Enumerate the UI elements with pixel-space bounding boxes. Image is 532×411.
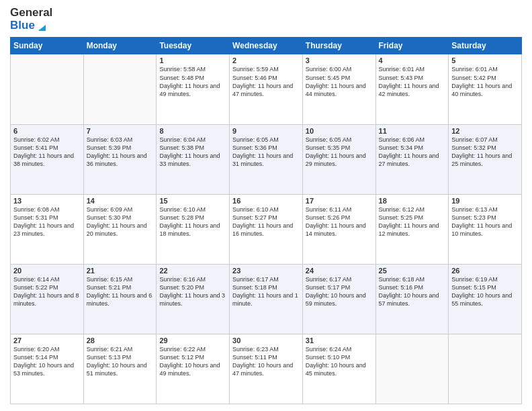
calendar-cell bbox=[375, 334, 449, 404]
day-number: 17 bbox=[306, 197, 373, 205]
calendar-week-3: 13Sunrise: 6:08 AM Sunset: 5:31 PM Dayli… bbox=[11, 194, 522, 264]
header: General Blue bbox=[10, 7, 522, 32]
day-info: Sunrise: 6:12 AM Sunset: 5:25 PM Dayligh… bbox=[379, 205, 446, 238]
calendar-header-row: SundayMondayTuesdayWednesdayThursdayFrid… bbox=[11, 38, 522, 54]
calendar-cell: 7Sunrise: 6:03 AM Sunset: 5:39 PM Daylig… bbox=[83, 124, 157, 194]
day-header-sunday: Sunday bbox=[11, 38, 84, 54]
calendar-cell: 20Sunrise: 6:14 AM Sunset: 5:22 PM Dayli… bbox=[11, 264, 84, 334]
day-number: 1 bbox=[159, 56, 226, 64]
calendar-cell: 11Sunrise: 6:06 AM Sunset: 5:34 PM Dayli… bbox=[375, 124, 449, 194]
day-number: 20 bbox=[13, 267, 81, 275]
day-info: Sunrise: 6:17 AM Sunset: 5:18 PM Dayligh… bbox=[232, 275, 300, 308]
day-header-wednesday: Wednesday bbox=[230, 38, 303, 54]
day-number: 11 bbox=[379, 127, 446, 135]
calendar-cell: 15Sunrise: 6:10 AM Sunset: 5:28 PM Dayli… bbox=[157, 194, 230, 264]
day-number: 23 bbox=[232, 267, 300, 275]
calendar-cell: 23Sunrise: 6:17 AM Sunset: 5:18 PM Dayli… bbox=[230, 264, 303, 334]
calendar-cell: 2Sunrise: 5:59 AM Sunset: 5:46 PM Daylig… bbox=[230, 54, 303, 124]
calendar-body: 1Sunrise: 5:58 AM Sunset: 5:48 PM Daylig… bbox=[11, 54, 522, 404]
day-info: Sunrise: 6:24 AM Sunset: 5:10 PM Dayligh… bbox=[306, 345, 373, 378]
calendar-cell: 12Sunrise: 6:07 AM Sunset: 5:32 PM Dayli… bbox=[449, 124, 522, 194]
day-number: 10 bbox=[306, 127, 373, 135]
day-number: 24 bbox=[306, 267, 373, 275]
day-number: 26 bbox=[451, 267, 519, 275]
day-info: Sunrise: 5:59 AM Sunset: 5:46 PM Dayligh… bbox=[232, 65, 300, 98]
day-info: Sunrise: 6:23 AM Sunset: 5:11 PM Dayligh… bbox=[232, 345, 300, 378]
calendar-cell: 26Sunrise: 6:19 AM Sunset: 5:15 PM Dayli… bbox=[449, 264, 522, 334]
day-number: 30 bbox=[232, 336, 300, 345]
calendar-cell: 10Sunrise: 6:05 AM Sunset: 5:35 PM Dayli… bbox=[302, 124, 375, 194]
day-info: Sunrise: 6:03 AM Sunset: 5:39 PM Dayligh… bbox=[87, 136, 154, 169]
day-info: Sunrise: 6:11 AM Sunset: 5:26 PM Dayligh… bbox=[306, 205, 373, 238]
day-number: 5 bbox=[451, 56, 519, 64]
day-number: 25 bbox=[379, 267, 446, 275]
day-info: Sunrise: 6:08 AM Sunset: 5:31 PM Dayligh… bbox=[13, 205, 81, 238]
calendar-cell: 8Sunrise: 6:04 AM Sunset: 5:38 PM Daylig… bbox=[157, 124, 230, 194]
day-number: 12 bbox=[451, 127, 519, 135]
calendar-cell: 22Sunrise: 6:16 AM Sunset: 5:20 PM Dayli… bbox=[157, 264, 230, 334]
day-info: Sunrise: 6:05 AM Sunset: 5:36 PM Dayligh… bbox=[232, 136, 300, 169]
day-number: 21 bbox=[87, 267, 154, 275]
day-number: 15 bbox=[159, 197, 226, 205]
calendar-cell: 14Sunrise: 6:09 AM Sunset: 5:30 PM Dayli… bbox=[83, 194, 157, 264]
day-number: 13 bbox=[13, 197, 81, 205]
calendar-table: SundayMondayTuesdayWednesdayThursdayFrid… bbox=[10, 37, 522, 404]
day-info: Sunrise: 6:00 AM Sunset: 5:45 PM Dayligh… bbox=[306, 65, 373, 98]
day-number: 16 bbox=[232, 197, 300, 205]
calendar-cell bbox=[449, 334, 522, 404]
calendar-week-2: 6Sunrise: 6:02 AM Sunset: 5:41 PM Daylig… bbox=[11, 124, 522, 194]
day-header-saturday: Saturday bbox=[449, 38, 522, 54]
calendar-cell: 19Sunrise: 6:13 AM Sunset: 5:23 PM Dayli… bbox=[449, 194, 522, 264]
calendar-cell: 1Sunrise: 5:58 AM Sunset: 5:48 PM Daylig… bbox=[157, 54, 230, 124]
calendar-cell: 24Sunrise: 6:17 AM Sunset: 5:17 PM Dayli… bbox=[302, 264, 375, 334]
day-info: Sunrise: 6:13 AM Sunset: 5:23 PM Dayligh… bbox=[451, 205, 519, 238]
day-info: Sunrise: 6:18 AM Sunset: 5:16 PM Dayligh… bbox=[379, 275, 446, 308]
day-number: 6 bbox=[13, 127, 81, 135]
day-number: 29 bbox=[159, 336, 226, 345]
day-info: Sunrise: 6:14 AM Sunset: 5:22 PM Dayligh… bbox=[13, 275, 81, 308]
calendar-cell: 18Sunrise: 6:12 AM Sunset: 5:25 PM Dayli… bbox=[375, 194, 449, 264]
calendar-cell: 17Sunrise: 6:11 AM Sunset: 5:26 PM Dayli… bbox=[302, 194, 375, 264]
day-info: Sunrise: 6:20 AM Sunset: 5:14 PM Dayligh… bbox=[13, 345, 81, 378]
day-info: Sunrise: 6:09 AM Sunset: 5:30 PM Dayligh… bbox=[87, 205, 154, 238]
svg-marker-0 bbox=[39, 25, 46, 30]
day-number: 2 bbox=[232, 56, 300, 64]
day-info: Sunrise: 6:01 AM Sunset: 5:42 PM Dayligh… bbox=[451, 65, 519, 98]
calendar-cell: 28Sunrise: 6:21 AM Sunset: 5:13 PM Dayli… bbox=[83, 334, 157, 404]
calendar-cell: 4Sunrise: 6:01 AM Sunset: 5:43 PM Daylig… bbox=[375, 54, 449, 124]
day-header-friday: Friday bbox=[375, 38, 449, 54]
day-number: 19 bbox=[451, 197, 519, 205]
day-info: Sunrise: 6:22 AM Sunset: 5:12 PM Dayligh… bbox=[159, 345, 226, 378]
day-number: 4 bbox=[379, 56, 446, 64]
page: General Blue SundayMondayTuesdayWednesda bbox=[0, 0, 532, 411]
day-info: Sunrise: 6:10 AM Sunset: 5:28 PM Dayligh… bbox=[159, 205, 226, 238]
day-number: 9 bbox=[232, 127, 300, 135]
day-number: 31 bbox=[306, 336, 373, 345]
logo-triangle-icon bbox=[36, 19, 48, 32]
day-info: Sunrise: 6:15 AM Sunset: 5:21 PM Dayligh… bbox=[87, 275, 154, 308]
day-number: 8 bbox=[159, 127, 226, 135]
calendar-cell: 30Sunrise: 6:23 AM Sunset: 5:11 PM Dayli… bbox=[230, 334, 303, 404]
day-number: 18 bbox=[379, 197, 446, 205]
day-info: Sunrise: 5:58 AM Sunset: 5:48 PM Dayligh… bbox=[159, 65, 226, 98]
day-number: 3 bbox=[306, 56, 373, 64]
calendar-cell: 3Sunrise: 6:00 AM Sunset: 5:45 PM Daylig… bbox=[302, 54, 375, 124]
day-header-thursday: Thursday bbox=[302, 38, 375, 54]
day-number: 7 bbox=[87, 127, 154, 135]
day-number: 14 bbox=[87, 197, 154, 205]
logo-general: General bbox=[10, 7, 52, 19]
calendar-cell: 21Sunrise: 6:15 AM Sunset: 5:21 PM Dayli… bbox=[83, 264, 157, 334]
calendar-cell: 9Sunrise: 6:05 AM Sunset: 5:36 PM Daylig… bbox=[230, 124, 303, 194]
day-info: Sunrise: 6:21 AM Sunset: 5:13 PM Dayligh… bbox=[87, 345, 154, 378]
day-info: Sunrise: 6:10 AM Sunset: 5:27 PM Dayligh… bbox=[232, 205, 300, 238]
day-info: Sunrise: 6:19 AM Sunset: 5:15 PM Dayligh… bbox=[451, 275, 519, 308]
calendar-cell: 31Sunrise: 6:24 AM Sunset: 5:10 PM Dayli… bbox=[302, 334, 375, 404]
day-info: Sunrise: 6:05 AM Sunset: 5:35 PM Dayligh… bbox=[306, 136, 373, 169]
day-header-monday: Monday bbox=[83, 38, 157, 54]
day-header-tuesday: Tuesday bbox=[157, 38, 230, 54]
calendar-cell: 29Sunrise: 6:22 AM Sunset: 5:12 PM Dayli… bbox=[157, 334, 230, 404]
calendar-cell: 13Sunrise: 6:08 AM Sunset: 5:31 PM Dayli… bbox=[11, 194, 84, 264]
day-info: Sunrise: 6:17 AM Sunset: 5:17 PM Dayligh… bbox=[306, 275, 373, 308]
day-info: Sunrise: 6:06 AM Sunset: 5:34 PM Dayligh… bbox=[379, 136, 446, 169]
logo-blue: Blue bbox=[10, 19, 35, 32]
